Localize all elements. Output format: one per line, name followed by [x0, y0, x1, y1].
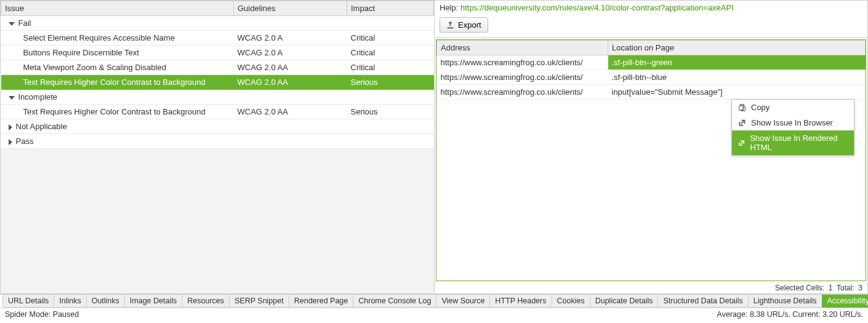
upload-icon [446, 21, 454, 29]
tab-structured-data-details[interactable]: Structured Data Details [657, 295, 748, 308]
context-menu-copy[interactable]: Copy [732, 100, 854, 115]
guidelines-cell: WCAG 2.0 A [234, 31, 347, 46]
issue-row[interactable]: Meta Viewport Zoom & Scaling DisabledWCA… [1, 60, 434, 75]
col-impact[interactable]: Impact [347, 1, 434, 16]
impact-cell [347, 119, 434, 134]
guidelines-cell [234, 134, 347, 149]
address-cell: https://www.screamingfrog.co.uk/clients/ [437, 55, 608, 70]
crawl-speed-status: Average: 8.38 URL/s. Current: 3.20 URL/s… [717, 310, 863, 319]
issues-panel: Issue Guidelines Impact FailSelect Eleme… [1, 1, 435, 293]
tab-url-details[interactable]: URL Details [2, 295, 54, 308]
cm-label: Show Issue In Browser [751, 118, 833, 127]
export-label: Export [458, 20, 481, 30]
locations-table-wrap: Address Location on Page https://www.scr… [436, 39, 866, 281]
tab-http-headers[interactable]: HTTP Headers [489, 295, 552, 308]
col-location[interactable]: Location on Page [608, 41, 866, 55]
col-address[interactable]: Address [437, 41, 608, 55]
issue-row[interactable]: Buttons Require Discernible TextWCAG 2.0… [1, 46, 434, 60]
detail-tabs: URL DetailsInlinksOutlinksImage DetailsR… [0, 294, 868, 308]
guidelines-cell [234, 16, 347, 31]
impact-cell: Critical [347, 31, 434, 46]
issue-label: Fail [18, 18, 31, 28]
location-cell: .sf-pill-btn--blue [608, 70, 866, 85]
context-menu-show-rendered[interactable]: Show Issue In Rendered HTML [732, 130, 854, 155]
guidelines-cell: WCAG 2.0 AA [234, 60, 347, 75]
external-link-icon [738, 139, 745, 147]
tab-rendered-page[interactable]: Rendered Page [289, 295, 354, 308]
total-value: 3 [858, 284, 862, 292]
location-cell: .sf-pill-btn--green [608, 55, 866, 70]
details-panel: Help: https://dequeuniversity.com/rules/… [435, 1, 867, 293]
impact-cell: Serious [347, 75, 434, 90]
tab-view-source[interactable]: View Source [436, 295, 490, 308]
tab-resources[interactable]: Resources [182, 295, 230, 308]
main-area: Issue Guidelines Impact FailSelect Eleme… [0, 0, 868, 294]
guidelines-cell: WCAG 2.0 AA [234, 75, 347, 90]
issue-row[interactable]: Text Requires Higher Color Contrast to B… [1, 75, 434, 90]
chevron-right-icon[interactable] [9, 124, 12, 130]
address-cell: https://www.screamingfrog.co.uk/clients/ [437, 85, 608, 100]
tab-inlinks[interactable]: Inlinks [54, 295, 86, 308]
location-cell: input[value="Submit Message"] [608, 85, 866, 100]
location-row[interactable]: https://www.screamingfrog.co.uk/clients/… [437, 55, 866, 70]
address-cell: https://www.screamingfrog.co.uk/clients/ [437, 70, 608, 85]
chevron-right-icon[interactable] [9, 139, 12, 145]
tab-lighthouse-details[interactable]: Lighthouse Details [748, 295, 822, 308]
selected-cells-value: 1 [829, 284, 833, 292]
issue-row[interactable]: Select Element Requires Accessible NameW… [1, 31, 434, 46]
tab-serp-snippet[interactable]: SERP Snippet [229, 295, 289, 308]
tab-image-details[interactable]: Image Details [124, 295, 182, 308]
impact-cell [347, 16, 434, 31]
help-label: Help: [440, 3, 458, 12]
locations-table: Address Location on Page https://www.scr… [436, 40, 866, 100]
export-row: Export [435, 15, 867, 38]
tab-outlinks[interactable]: Outlinks [86, 295, 125, 308]
guidelines-cell [234, 119, 347, 134]
help-link[interactable]: https://dequeuniversity.com/rules/axe/4.… [460, 3, 734, 12]
status-bar: Spider Mode: Paused Average: 8.38 URL/s.… [0, 308, 868, 321]
guidelines-cell [234, 90, 347, 105]
issue-label: Select Element Requires Accessible Name [23, 33, 175, 42]
issue-label: Meta Viewport Zoom & Scaling Disabled [23, 63, 166, 72]
chevron-down-icon[interactable] [9, 22, 15, 26]
selected-cells-label: Selected Cells: [775, 284, 824, 292]
guidelines-cell: WCAG 2.0 AA [234, 105, 347, 119]
stats-row: Selected Cells: 1 Total: 3 [435, 282, 867, 293]
location-row[interactable]: https://www.screamingfrog.co.uk/clients/… [437, 85, 866, 100]
issue-group-row[interactable]: Incomplete [1, 90, 434, 105]
context-menu: Copy Show Issue In Browser Show Issue In… [731, 99, 854, 156]
tab-duplicate-details[interactable]: Duplicate Details [590, 295, 659, 308]
impact-cell: Critical [347, 46, 434, 60]
guidelines-cell: WCAG 2.0 A [234, 46, 347, 60]
impact-cell [347, 90, 434, 105]
issue-label: Text Requires Higher Color Contrast to B… [23, 78, 206, 87]
external-link-icon [738, 119, 746, 127]
impact-cell: Critical [347, 60, 434, 75]
issue-label: Pass [16, 137, 34, 146]
impact-cell [347, 134, 434, 149]
context-menu-show-browser[interactable]: Show Issue In Browser [732, 115, 854, 130]
issue-row[interactable]: Text Requires Higher Color Contrast to B… [1, 105, 434, 119]
issue-label: Not Applicable [16, 122, 67, 131]
issues-empty-area [1, 149, 434, 293]
copy-icon [738, 103, 746, 111]
issues-table: Issue Guidelines Impact FailSelect Eleme… [1, 1, 434, 149]
tab-chrome-console-log[interactable]: Chrome Console Log [353, 295, 436, 308]
tab-cookies[interactable]: Cookies [552, 295, 590, 308]
issue-group-row[interactable]: Not Applicable [1, 119, 434, 134]
col-issue[interactable]: Issue [1, 1, 234, 16]
impact-cell: Serious [347, 105, 434, 119]
export-button[interactable]: Export [440, 17, 488, 33]
location-row[interactable]: https://www.screamingfrog.co.uk/clients/… [437, 70, 866, 85]
help-row: Help: https://dequeuniversity.com/rules/… [435, 1, 867, 15]
issue-label: Text Requires Higher Color Contrast to B… [23, 107, 206, 116]
issue-group-row[interactable]: Fail [1, 16, 434, 31]
issue-group-row[interactable]: Pass [1, 134, 434, 149]
tab-accessibility-details[interactable]: Accessibility Details [822, 295, 868, 308]
issue-label: Buttons Require Discernible Text [23, 48, 139, 57]
col-guidelines[interactable]: Guidelines [234, 1, 347, 16]
chevron-down-icon[interactable] [9, 96, 15, 100]
cm-label: Show Issue In Rendered HTML [750, 134, 848, 152]
total-label: Total: [837, 284, 854, 292]
issue-label: Incomplete [18, 92, 58, 102]
